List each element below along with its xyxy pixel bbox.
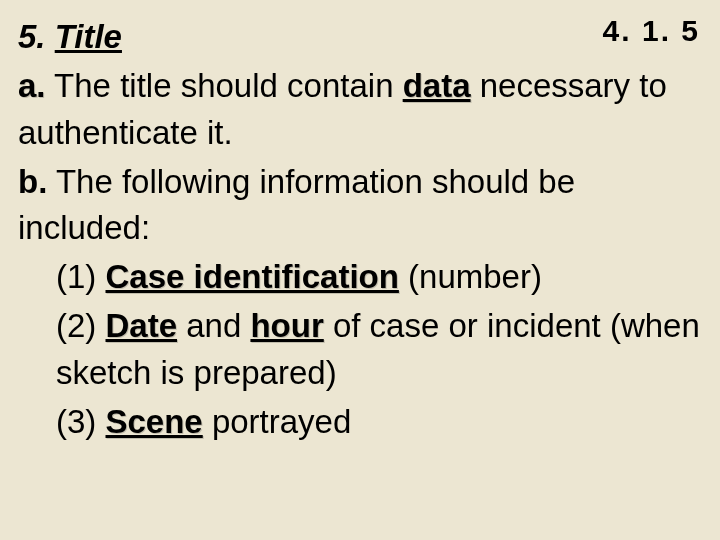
subitem-2-num: (2) [56,307,106,344]
subitem-1-num: (1) [56,258,106,295]
heading-number: 5. [18,18,55,55]
slide: 4. 1. 5 5. Title a. The title should con… [0,0,720,540]
subitem-3-post: portrayed [203,403,352,440]
item-b-label: b. [18,163,47,200]
subitem-3: (3) Scene portrayed [18,399,702,446]
subitem-2-keyword-1: Date [106,307,178,344]
subitem-3-num: (3) [56,403,106,440]
item-a-keyword: data [403,67,471,104]
section-reference: 4. 1. 5 [603,14,700,48]
subitem-1: (1) Case identification (number) [18,254,702,301]
item-a-label: a. [18,67,46,104]
slide-body: 5. Title a. The title should contain dat… [18,14,702,446]
heading-line: 5. Title [18,14,702,61]
item-a: a. The title should contain data necessa… [18,63,702,157]
subitem-2: (2) Date and hour of case or incident (w… [18,303,702,397]
subitem-2-mid: and [177,307,250,344]
item-b-text: The following information should be incl… [18,163,575,247]
subitem-1-keyword: Case identification [106,258,399,295]
subitem-3-keyword: Scene [106,403,203,440]
heading-word: Title [55,18,122,55]
item-b: b. The following information should be i… [18,159,702,253]
item-a-pre: The title should contain [46,67,403,104]
subitem-2-keyword-2: hour [250,307,323,344]
subitem-1-post: (number) [399,258,542,295]
